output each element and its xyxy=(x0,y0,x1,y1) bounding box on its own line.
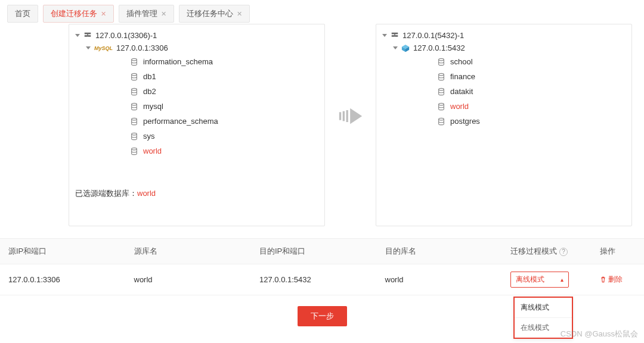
caret-down-icon xyxy=(86,46,91,49)
target-root-label: 127.0.0.1(5432)-1 xyxy=(402,31,464,40)
svg-point-10 xyxy=(132,148,137,150)
mode-option-online[interactable]: 在线模式 xyxy=(515,317,572,338)
source-root-label: 127.0.0.1(3306)-1 xyxy=(95,31,157,40)
svg-point-5 xyxy=(132,73,137,76)
db-item[interactable]: db1 xyxy=(97,69,318,84)
db-item[interactable]: sys xyxy=(97,129,318,144)
tab-label: 创建迁移任务 xyxy=(51,8,97,19)
source-root-node[interactable]: 127.0.0.1(3306)-1 xyxy=(75,29,318,42)
svg-point-7 xyxy=(132,103,137,105)
database-icon xyxy=(130,132,138,141)
server-icon xyxy=(391,32,399,40)
svg-rect-15 xyxy=(392,32,398,34)
th-dst-ip: 目的IP和端口 xyxy=(259,246,385,257)
source-conn-label: 127.0.0.1:3306 xyxy=(116,43,168,52)
db-label: world xyxy=(143,146,162,155)
caret-down-icon xyxy=(393,46,398,49)
db-item[interactable]: school xyxy=(404,54,626,69)
target-db-list: school finance datakit world postgres xyxy=(393,54,626,129)
source-panel-wrap: 127.0.0.1(3306)-1 MySQL 127.0.0.1:3306 i… xyxy=(69,24,325,226)
mode-select[interactable]: 离线模式 ▴ xyxy=(510,272,569,288)
target-conn-node[interactable]: 127.0.0.1:5432 xyxy=(393,42,626,54)
database-icon xyxy=(437,88,445,96)
database-icon xyxy=(437,117,445,126)
chevron-up-icon: ▴ xyxy=(561,276,564,283)
table-header: 源IP和端口 源库名 目的IP和端口 目的库名 迁移过程模式? 操作 xyxy=(0,239,644,264)
svg-point-26 xyxy=(439,118,444,120)
close-icon[interactable]: ✕ xyxy=(101,10,106,18)
caret-down-icon xyxy=(382,34,387,37)
th-dst-db: 目的库名 xyxy=(385,246,511,257)
target-root-node[interactable]: 127.0.0.1(5432)-1 xyxy=(382,29,626,42)
target-conn-label: 127.0.0.1:5432 xyxy=(413,43,465,52)
database-icon xyxy=(130,117,138,126)
th-src-ip: 源IP和端口 xyxy=(8,246,134,257)
svg-point-9 xyxy=(132,133,137,135)
tab-create-migration[interactable]: 创建迁移任务✕ xyxy=(43,5,114,23)
db-item[interactable]: mysql xyxy=(97,99,318,114)
tab-label: 插件管理 xyxy=(126,8,157,19)
close-icon[interactable]: ✕ xyxy=(237,10,242,18)
db-label: db2 xyxy=(143,87,156,96)
delete-label: 删除 xyxy=(608,275,623,285)
db-label: information_schema xyxy=(143,57,213,66)
cube-icon xyxy=(401,44,410,52)
svg-rect-17 xyxy=(395,35,398,37)
svg-marker-14 xyxy=(350,108,362,124)
td-op: 删除 xyxy=(600,275,636,285)
db-item[interactable]: performance_schema xyxy=(97,114,318,129)
transfer-arrow-icon xyxy=(336,107,366,125)
svg-point-22 xyxy=(439,58,444,61)
database-icon xyxy=(437,58,445,66)
td-dst-db: world xyxy=(385,275,511,284)
database-icon xyxy=(130,102,138,111)
db-item[interactable]: datakit xyxy=(404,84,626,99)
db-label: postgres xyxy=(450,117,480,126)
td-mode: 离线模式 ▴ xyxy=(510,272,600,288)
next-button[interactable]: 下一步 xyxy=(298,306,347,326)
tab-label: 首页 xyxy=(15,8,30,19)
mode-option-offline[interactable]: 离线模式 xyxy=(515,298,572,317)
db-label: performance_schema xyxy=(143,117,218,126)
db-panels: 127.0.0.1(3306)-1 MySQL 127.0.0.1:3306 i… xyxy=(0,24,644,232)
db-item[interactable]: db2 xyxy=(97,84,318,99)
tab-plugin-manage[interactable]: 插件管理✕ xyxy=(119,5,174,23)
svg-rect-13 xyxy=(346,110,348,122)
source-panel: 127.0.0.1(3306)-1 MySQL 127.0.0.1:3306 i… xyxy=(69,24,325,226)
db-item[interactable]: information_schema xyxy=(97,54,318,69)
td-dst-ip: 127.0.0.1:5432 xyxy=(259,275,385,284)
help-icon[interactable]: ? xyxy=(559,248,568,256)
db-label: mysql xyxy=(143,102,163,111)
db-label: finance xyxy=(450,72,475,81)
source-conn-node[interactable]: MySQL 127.0.0.1:3306 xyxy=(86,42,318,54)
tab-home[interactable]: 首页 xyxy=(7,5,38,23)
source-selected-footer: 已选源端数据库：world xyxy=(75,188,318,199)
db-label: school xyxy=(450,57,473,66)
footer-selected: world xyxy=(137,189,156,198)
db-item-selected[interactable]: world xyxy=(97,144,318,158)
mysql-icon: MySQL xyxy=(94,45,113,51)
target-panel-wrap: 127.0.0.1(5432)-1 127.0.0.1:5432 school … xyxy=(376,24,632,226)
mode-value: 离线模式 xyxy=(516,275,544,285)
db-item-selected[interactable]: world xyxy=(404,99,626,114)
db-label: sys xyxy=(143,132,155,141)
svg-rect-2 xyxy=(88,35,91,37)
db-item[interactable]: finance xyxy=(404,69,626,84)
svg-rect-1 xyxy=(85,35,87,37)
svg-point-25 xyxy=(439,103,444,105)
database-icon xyxy=(130,73,138,81)
svg-rect-3 xyxy=(87,34,88,36)
db-item[interactable]: postgres xyxy=(404,114,626,129)
delete-button[interactable]: 删除 xyxy=(600,275,623,285)
tab-migration-center[interactable]: 迁移任务中心✕ xyxy=(179,5,250,23)
database-icon xyxy=(130,58,138,66)
svg-point-23 xyxy=(439,73,444,76)
trash-icon xyxy=(600,276,606,283)
svg-rect-18 xyxy=(394,34,395,36)
svg-rect-11 xyxy=(339,112,340,120)
td-src-ip: 127.0.0.1:3306 xyxy=(8,275,134,284)
th-src-db: 源库名 xyxy=(134,246,260,257)
footer-prefix: 已选源端数据库： xyxy=(75,189,137,198)
close-icon[interactable]: ✕ xyxy=(161,10,166,18)
th-mode: 迁移过程模式? xyxy=(510,246,600,257)
